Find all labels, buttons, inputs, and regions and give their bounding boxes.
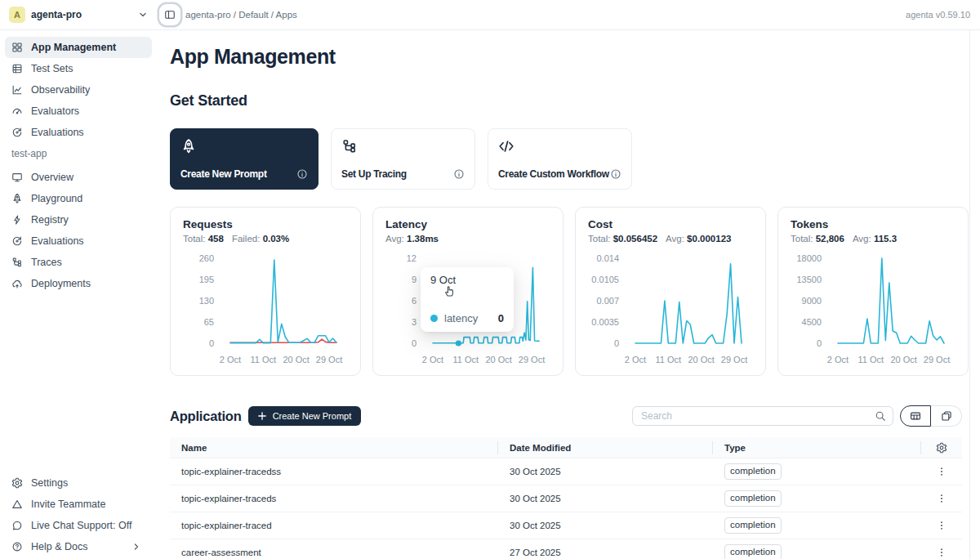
workspace-name: agenta-pro bbox=[31, 9, 82, 20]
kebab-menu-icon[interactable] bbox=[933, 493, 951, 504]
sidebar-item-label: Traces bbox=[31, 257, 62, 268]
sidebar-item-live-chat-support-off[interactable]: Live Chat Support: Off bbox=[5, 515, 152, 536]
panel-left-icon bbox=[164, 9, 176, 20]
sidebar-item-invite-teammate[interactable]: Invite Teammate bbox=[5, 494, 152, 515]
svg-text:13500: 13500 bbox=[796, 275, 822, 284]
column-header-type[interactable]: Type bbox=[713, 437, 921, 458]
svg-text:29 Oct: 29 Oct bbox=[316, 355, 342, 364]
sidebar-item-label: Test Sets bbox=[31, 63, 73, 74]
get-started-card-set-up-tracing[interactable]: Set Up Tracing bbox=[331, 128, 475, 190]
sidebar-item-label: Help & Docs bbox=[31, 541, 87, 552]
svg-text:12: 12 bbox=[407, 253, 416, 263]
get-started-cards: Create New PromptSet Up TracingCreate Cu… bbox=[170, 128, 962, 190]
application-header-row: Application Create New Prompt bbox=[170, 405, 962, 427]
sidebar-item-traces[interactable]: Traces bbox=[5, 252, 152, 273]
table-row-topic-explainer-traceds[interactable]: topic-explainer-traceds30 Oct 2025comple… bbox=[170, 485, 962, 512]
tooltip-value: 0 bbox=[498, 312, 504, 324]
chart-stats: Avg: 1.38ms bbox=[385, 234, 550, 244]
chart-plot: 0.0140.01050.0070.003502 Oct11 Oct20 Oct… bbox=[588, 248, 753, 368]
card-label: Set Up Tracing bbox=[341, 168, 407, 180]
svg-text:20 Oct: 20 Oct bbox=[283, 355, 309, 364]
chart-card-tokens: TokensTotal: 52,806Avg: 115.318000135009… bbox=[777, 207, 969, 376]
rocket-icon bbox=[11, 193, 23, 204]
svg-text:3: 3 bbox=[412, 317, 416, 327]
sidebar-item-overview[interactable]: Overview bbox=[5, 167, 152, 188]
table-header: NameDate ModifiedType bbox=[170, 437, 962, 458]
sidebar-item-test-sets[interactable]: Test Sets bbox=[5, 58, 152, 79]
svg-text:9000: 9000 bbox=[802, 296, 822, 306]
type-cell: completion bbox=[713, 517, 921, 534]
table-view-button[interactable] bbox=[900, 405, 931, 427]
table-row-topic-explainer-tracedss[interactable]: topic-explainer-tracedss30 Oct 2025compl… bbox=[170, 458, 962, 485]
chart-card-requests: RequestsTotal: 458Failed: 0.03%260195130… bbox=[170, 207, 361, 376]
sidebar-item-label: Live Chat Support: Off bbox=[31, 520, 131, 531]
workspace-selector[interactable]: A agenta-pro bbox=[0, 7, 157, 23]
sidebar-item-label: Settings bbox=[31, 477, 68, 489]
svg-text:29 Oct: 29 Oct bbox=[519, 355, 545, 364]
sidebar-item-registry[interactable]: Registry bbox=[5, 209, 152, 230]
chart-title: Cost bbox=[588, 218, 753, 230]
get-started-card-create-new-prompt[interactable]: Create New Prompt bbox=[170, 128, 318, 190]
info-icon[interactable] bbox=[453, 168, 465, 180]
svg-text:29 Oct: 29 Oct bbox=[924, 355, 950, 364]
column-header-date-modified[interactable]: Date Modified bbox=[498, 437, 713, 458]
svg-text:2 Oct: 2 Oct bbox=[827, 355, 849, 364]
sidebar-item-evaluations[interactable]: Evaluations bbox=[5, 122, 152, 143]
sidebar-item-label: Deployments bbox=[31, 278, 91, 289]
info-icon[interactable] bbox=[610, 168, 621, 180]
sidebar-item-playground[interactable]: Playground bbox=[5, 188, 152, 209]
stat-value: 52,806 bbox=[816, 234, 844, 244]
svg-text:11 Oct: 11 Oct bbox=[453, 355, 479, 364]
sidebar-item-help-docs[interactable]: Help & Docs bbox=[5, 536, 152, 557]
column-settings-gear-icon[interactable] bbox=[933, 442, 951, 454]
sidebar-item-evaluations[interactable]: Evaluations bbox=[5, 230, 152, 252]
sidebar-item-deployments[interactable]: Deployments bbox=[5, 273, 152, 294]
svg-text:0: 0 bbox=[817, 338, 822, 348]
get-started-card-create-custom-workflow[interactable]: Create Custom Workflow bbox=[488, 128, 632, 190]
evaluations-icon bbox=[11, 235, 23, 247]
sidebar-item-settings[interactable]: Settings bbox=[5, 472, 152, 494]
svg-text:6: 6 bbox=[412, 296, 416, 306]
sidebar-item-label: Invite Teammate bbox=[31, 499, 105, 510]
create-new-prompt-button[interactable]: Create New Prompt bbox=[248, 406, 362, 426]
info-icon[interactable] bbox=[296, 168, 308, 180]
svg-text:11 Oct: 11 Oct bbox=[656, 355, 682, 364]
column-header-name[interactable]: Name bbox=[170, 437, 498, 458]
lightning-icon bbox=[11, 214, 23, 226]
chart-title: Requests bbox=[183, 218, 348, 230]
type-tag: completion bbox=[724, 463, 782, 480]
sidebar-toggle-button[interactable] bbox=[159, 4, 180, 25]
kebab-menu-icon[interactable] bbox=[933, 520, 951, 531]
table-row-career-assessment[interactable]: career-assessment27 Oct 2025completion bbox=[170, 539, 962, 559]
card-view-button[interactable] bbox=[931, 405, 962, 427]
chevron-right-icon bbox=[131, 541, 142, 552]
breadcrumb[interactable]: agenta-pro / Default / Apps bbox=[185, 10, 297, 20]
kebab-menu-icon[interactable] bbox=[933, 466, 951, 477]
top-header: A agenta-pro agenta-pro / Default / Apps… bbox=[0, 0, 980, 30]
table-row-topic-explainer-traced[interactable]: topic-explainer-traced30 Oct 2025complet… bbox=[170, 512, 962, 539]
chat-icon bbox=[11, 520, 23, 531]
code-icon bbox=[498, 138, 621, 154]
date-modified-cell: 30 Oct 2025 bbox=[498, 494, 713, 503]
app-name-cell: career-assessment bbox=[170, 548, 498, 557]
kebab-menu-icon[interactable] bbox=[933, 547, 951, 558]
sidebar-item-evaluators[interactable]: Evaluators bbox=[5, 101, 152, 122]
svg-text:20 Oct: 20 Oct bbox=[890, 355, 916, 364]
type-tag: completion bbox=[724, 544, 782, 559]
stat-label: Total: bbox=[791, 234, 813, 244]
date-modified-cell: 27 Oct 2025 bbox=[498, 548, 713, 557]
type-tag: completion bbox=[724, 517, 782, 534]
gear-icon bbox=[11, 477, 23, 489]
search-box bbox=[632, 406, 893, 426]
create-new-prompt-label: Create New Prompt bbox=[273, 411, 352, 421]
sidebar-item-observability[interactable]: Observability bbox=[5, 79, 152, 101]
sidebar-item-app-management[interactable]: App Management bbox=[5, 37, 152, 58]
card-label: Create Custom Workflow bbox=[498, 168, 609, 180]
cloud-icon bbox=[11, 278, 23, 289]
svg-text:0: 0 bbox=[209, 338, 214, 348]
chart-stats: Total: 458Failed: 0.03% bbox=[183, 234, 348, 244]
sidebar-main-menu: App ManagementTest SetsObservabilityEval… bbox=[5, 37, 152, 143]
sidebar-item-label: Evaluations bbox=[31, 127, 84, 138]
search-input[interactable] bbox=[632, 406, 893, 426]
applications-table: NameDate ModifiedTypetopic-explainer-tra… bbox=[170, 437, 962, 559]
